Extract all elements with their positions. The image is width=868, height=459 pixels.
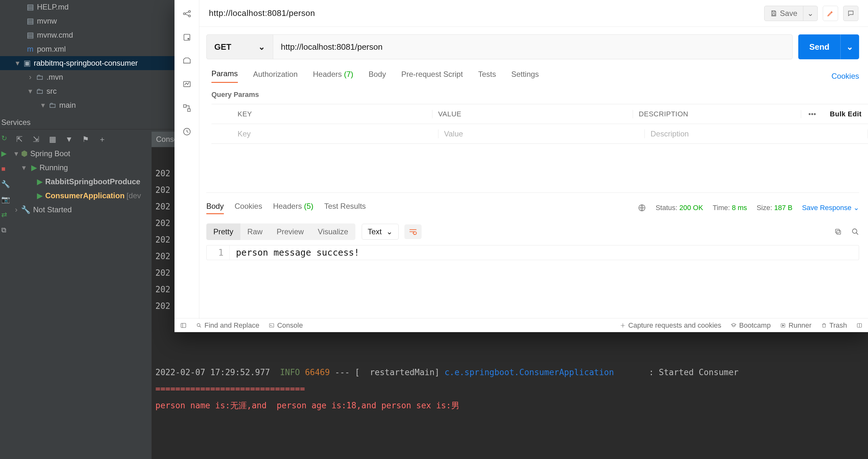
value-input[interactable] bbox=[444, 130, 645, 138]
chevron-down-icon[interactable]: ⌄ bbox=[840, 34, 859, 59]
wrap-lines-button[interactable] bbox=[404, 224, 422, 239]
tab-params[interactable]: Params bbox=[211, 69, 238, 83]
chevron-right-icon: › bbox=[26, 73, 35, 82]
cookies-link[interactable]: Cookies bbox=[831, 72, 859, 81]
tree-item[interactable]: ▤ mvnw bbox=[0, 14, 175, 28]
edit-button[interactable] bbox=[823, 6, 838, 21]
search-icon[interactable] bbox=[851, 228, 859, 235]
find-replace-button[interactable]: Find and Replace bbox=[196, 321, 259, 329]
tree-item[interactable]: ▾ 🗀 main bbox=[0, 98, 175, 112]
resp-tab-cookies[interactable]: Cookies bbox=[235, 202, 262, 214]
console-label: Console bbox=[277, 321, 303, 329]
tree-item[interactable]: m pom.xml bbox=[0, 42, 175, 56]
layout-icon[interactable]: ⧉ bbox=[1, 226, 10, 235]
tab-prerequest[interactable]: Pre-request Script bbox=[401, 70, 463, 83]
network-icon[interactable] bbox=[182, 8, 192, 19]
response-toolbar: Pretty Raw Preview Visualize Text ⌄ bbox=[206, 224, 859, 240]
collapse-icon[interactable]: ⇲ bbox=[31, 135, 41, 144]
wrench-icon: 🔧 bbox=[21, 205, 31, 214]
more-button[interactable]: ••• bbox=[801, 110, 824, 118]
find-replace-label: Find and Replace bbox=[205, 321, 259, 329]
http-method-select[interactable]: GET ⌄ bbox=[206, 34, 273, 59]
response-body-text[interactable]: person message success! bbox=[229, 246, 366, 260]
bulk-edit-button[interactable]: Bulk Edit bbox=[824, 110, 868, 118]
tree-item-project[interactable]: ▾ ▣ rabbitmq-springboot-consumer bbox=[0, 56, 175, 70]
svg-rect-19 bbox=[181, 323, 186, 327]
console-button[interactable]: Console bbox=[269, 321, 303, 329]
run-group-notstarted[interactable]: › 🔧 Not Started bbox=[11, 203, 152, 217]
tree-item[interactable]: ▤ mvnw.cmd bbox=[0, 28, 175, 42]
refresh-icon[interactable]: ⇄ bbox=[1, 211, 10, 220]
log-line: 2022-02-07 17:29:52.977 INFO 66469 --- [… bbox=[155, 368, 739, 377]
response-actions bbox=[834, 228, 859, 235]
expand-icon[interactable]: ⇱ bbox=[14, 135, 24, 144]
folder-icon: 🗀 bbox=[35, 87, 44, 96]
filter-icon[interactable]: ▼ bbox=[64, 135, 74, 144]
wrench-icon[interactable]: 🔧 bbox=[1, 180, 10, 189]
tree-item[interactable]: ▤ HELP.md bbox=[0, 0, 175, 14]
run-item[interactable]: ▶ ConsumerApplication [dev bbox=[11, 189, 152, 203]
copy-icon[interactable] bbox=[834, 228, 842, 235]
tree-label: pom.xml bbox=[37, 45, 66, 54]
camera-icon[interactable]: 📷 bbox=[1, 195, 10, 204]
environment-icon[interactable] bbox=[182, 32, 192, 43]
comment-button[interactable] bbox=[843, 6, 859, 21]
seg-pretty[interactable]: Pretty bbox=[206, 224, 240, 240]
footer-sidebar-toggle[interactable] bbox=[180, 322, 187, 328]
tree-label: main bbox=[59, 101, 76, 110]
seg-raw[interactable]: Raw bbox=[240, 224, 270, 240]
history-icon[interactable] bbox=[182, 126, 192, 137]
tab-headers[interactable]: Headers (7) bbox=[313, 70, 353, 83]
tree-label: HELP.md bbox=[37, 3, 69, 11]
run-item[interactable]: ▶ RabbitSpringbootProduce bbox=[11, 175, 152, 189]
log-line: person name is:无涯,and person age is:18,a… bbox=[155, 401, 460, 410]
svg-marker-27 bbox=[783, 324, 784, 326]
tree-item[interactable]: ▾ 🗀 src bbox=[0, 84, 175, 98]
stop-icon[interactable]: ■ bbox=[1, 165, 10, 174]
save-button[interactable]: Save ⌄ bbox=[764, 6, 818, 21]
folder-icon: 🗀 bbox=[48, 101, 57, 110]
tab-settings[interactable]: Settings bbox=[512, 70, 539, 83]
play-icon[interactable]: ▶ bbox=[1, 149, 10, 159]
run-root[interactable]: ▾ ⬢ Spring Boot bbox=[11, 147, 152, 161]
capture-button[interactable]: Capture requests and cookies bbox=[620, 321, 721, 329]
url-input[interactable]: http://localhost:8081/person bbox=[273, 34, 793, 59]
two-pane-button[interactable] bbox=[857, 322, 862, 328]
flow-icon[interactable] bbox=[182, 103, 192, 113]
response-meta: Status: 200 OK Time: 8 ms Size: 187 B Sa… bbox=[638, 204, 859, 212]
run-icon[interactable]: ↻ bbox=[1, 134, 10, 143]
seg-visualize[interactable]: Visualize bbox=[311, 224, 355, 240]
content-type-select[interactable]: Text ⌄ bbox=[362, 224, 399, 240]
tab-tests[interactable]: Tests bbox=[478, 70, 496, 83]
svg-rect-23 bbox=[270, 323, 274, 327]
bookmark-icon[interactable]: ⚑ bbox=[81, 135, 90, 144]
run-group-running[interactable]: ▾ ▶ Running bbox=[11, 161, 152, 175]
tab-authorization[interactable]: Authorization bbox=[253, 70, 298, 83]
send-button[interactable]: Send ⌄ bbox=[798, 34, 859, 59]
chevron-down-icon[interactable]: ⌄ bbox=[803, 6, 817, 21]
tab-body[interactable]: Body bbox=[369, 70, 386, 83]
save-response-button[interactable]: Save Response ⌄ bbox=[802, 204, 859, 212]
grid-icon[interactable]: ▦ bbox=[48, 135, 57, 144]
tree-item[interactable]: › 🗀 .mvn bbox=[0, 70, 175, 84]
runner-button[interactable]: Runner bbox=[780, 321, 811, 329]
col-value: VALUE bbox=[432, 110, 633, 118]
mock-icon[interactable] bbox=[182, 55, 192, 66]
monitor-icon[interactable] bbox=[182, 79, 192, 90]
col-key: KEY bbox=[232, 110, 432, 118]
bootcamp-button[interactable]: Bootcamp bbox=[731, 321, 771, 329]
svg-rect-9 bbox=[188, 109, 190, 111]
module-icon: ▣ bbox=[22, 59, 32, 67]
globe-icon[interactable] bbox=[638, 204, 646, 212]
resp-tab-tests[interactable]: Test Results bbox=[324, 202, 366, 214]
resp-tab-body[interactable]: Body bbox=[206, 202, 224, 214]
response-panel: Body Cookies Headers (5) Test Results St… bbox=[206, 193, 859, 260]
description-input[interactable] bbox=[651, 130, 868, 138]
project-tree: ▤ HELP.md ▤ mvnw ▤ mvnw.cmd m pom.xml ▾ … bbox=[0, 0, 175, 112]
key-input[interactable] bbox=[238, 130, 438, 138]
add-icon[interactable]: ＋ bbox=[97, 135, 107, 144]
resp-tab-headers[interactable]: Headers (5) bbox=[273, 202, 313, 214]
trash-button[interactable]: Trash bbox=[821, 321, 847, 329]
seg-preview[interactable]: Preview bbox=[270, 224, 311, 240]
response-tabs: Body Cookies Headers (5) Test Results bbox=[206, 202, 366, 214]
